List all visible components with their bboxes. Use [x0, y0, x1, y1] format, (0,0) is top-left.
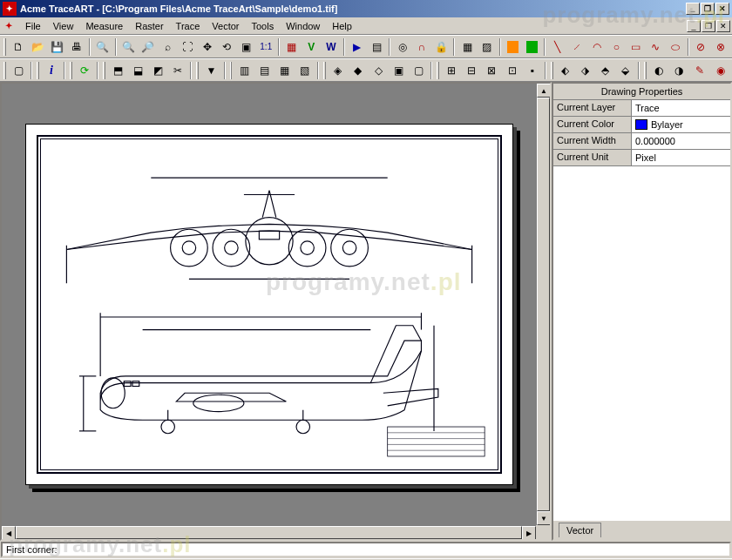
tool-d3-icon[interactable]: ⊠ [482, 61, 501, 80]
scroll-left-icon[interactable]: ◀ [2, 526, 16, 540]
zoom-prev-icon[interactable]: ⟲ [217, 37, 236, 57]
tab-vector[interactable]: Vector [559, 523, 601, 537]
grid-icon[interactable]: ▦ [282, 37, 302, 57]
tool-d1-icon[interactable]: ⊞ [442, 61, 461, 80]
toolbar-grip[interactable] [230, 62, 233, 79]
zoom-actual-icon[interactable]: 1:1 [257, 37, 276, 57]
color2-icon[interactable] [526, 41, 538, 53]
toolbar-grip[interactable] [103, 62, 105, 79]
tool-f1-icon[interactable]: ◐ [649, 61, 668, 80]
polyline-icon[interactable]: ⟋ [567, 37, 586, 57]
redo-icon[interactable]: ⊗ [711, 37, 730, 57]
spline-icon[interactable]: ∿ [647, 37, 666, 57]
tool-d2-icon[interactable]: ⊟ [462, 61, 481, 80]
new-icon[interactable]: 🗋 [9, 37, 28, 57]
drawing-canvas[interactable] [2, 84, 536, 525]
tool-c2-icon[interactable]: ◆ [349, 61, 368, 80]
scroll-right-icon[interactable]: ▶ [522, 526, 536, 540]
prop-row-color[interactable]: Current Color Bylayer [553, 117, 730, 133]
toolbar-grip[interactable] [3, 38, 6, 56]
close-button[interactable]: ✕ [715, 3, 729, 15]
arc-icon[interactable]: ◠ [587, 37, 607, 57]
toolbar-grip[interactable] [196, 62, 199, 79]
prop-row-unit[interactable]: Current Unit Pixel [553, 150, 730, 166]
filter-icon[interactable]: ▼ [201, 61, 220, 80]
tool-b2-icon[interactable]: ▤ [255, 61, 274, 80]
toolbar-grip[interactable] [551, 62, 553, 79]
menu-file[interactable]: File [19, 19, 47, 33]
toolbar-grip[interactable] [323, 62, 326, 79]
menu-raster[interactable]: Raster [129, 19, 169, 33]
prop-row-layer[interactable]: Current Layer Trace [553, 100, 730, 117]
tool-e4-icon[interactable]: ⬙ [616, 61, 635, 80]
tool-b1-icon[interactable]: ▥ [234, 61, 254, 80]
scroll-down-icon[interactable]: ▼ [537, 511, 551, 525]
find-icon[interactable]: 🔍 [93, 37, 112, 57]
maximize-button[interactable]: ❐ [701, 3, 715, 15]
lock-icon[interactable]: 🔒 [432, 37, 451, 57]
raster-b-icon[interactable]: ▨ [478, 37, 497, 57]
menu-trace[interactable]: Trace [170, 19, 207, 33]
toolbar-grip[interactable] [37, 62, 39, 79]
line-icon[interactable]: ╲ [548, 37, 567, 57]
menu-help[interactable]: Help [326, 19, 358, 33]
command-line[interactable]: First corner: [1, 542, 731, 557]
tool-a2-icon[interactable]: ⬓ [128, 61, 147, 80]
minimize-button[interactable]: _ [686, 3, 700, 15]
tool-f2-icon[interactable]: ◑ [669, 61, 688, 80]
zoom-out-icon[interactable]: 🔎 [139, 37, 158, 57]
toolbar-grip[interactable] [644, 62, 647, 79]
menu-view[interactable]: View [47, 19, 80, 33]
wireframe-icon[interactable]: W [322, 37, 341, 57]
undo-icon[interactable]: ⊘ [692, 37, 711, 57]
toolbar-grip[interactable] [70, 62, 72, 79]
open-icon[interactable]: 📂 [28, 37, 47, 57]
zoom-in-icon[interactable]: 🔍 [119, 37, 139, 57]
scroll-up-icon[interactable]: ▲ [537, 84, 551, 98]
vector-mode-icon[interactable]: V [302, 37, 322, 57]
app-menu-icon[interactable]: ✦ [2, 19, 16, 33]
target-icon[interactable]: ◎ [393, 37, 412, 57]
vertical-scrollbar[interactable]: ▲ ▼ [536, 84, 550, 525]
tool-a1-icon[interactable]: ⬒ [108, 61, 127, 80]
layers-icon[interactable]: ▤ [367, 37, 386, 57]
crop-icon[interactable]: ✂ [168, 61, 187, 80]
play-icon[interactable]: ▶ [348, 37, 367, 57]
print-icon[interactable]: 🖶 [68, 37, 87, 57]
tool-d4-icon[interactable]: ⊡ [503, 61, 522, 80]
tool-c3-icon[interactable]: ◇ [369, 61, 388, 80]
menu-window[interactable]: Window [280, 19, 326, 33]
zoom-window-icon[interactable]: ⌕ [159, 37, 178, 57]
circle-icon[interactable]: ○ [607, 37, 627, 57]
menu-measure[interactable]: Measure [79, 19, 129, 33]
save-icon[interactable]: 💾 [48, 37, 67, 57]
snap-icon[interactable]: ∩ [412, 37, 431, 57]
horizontal-scrollbar[interactable]: ◀ ▶ [2, 525, 536, 539]
tool-c4-icon[interactable]: ▣ [389, 61, 408, 80]
doc-close-button[interactable]: ✕ [716, 20, 730, 32]
doc-restore-button[interactable]: ❐ [702, 20, 715, 32]
prop-row-width[interactable]: Current Width 0.000000 [553, 133, 730, 150]
tool-e3-icon[interactable]: ⬘ [596, 61, 615, 80]
info-icon[interactable]: i [42, 61, 61, 80]
adjust-icon[interactable]: ◉ [711, 61, 730, 80]
toolbar-grip[interactable] [3, 62, 6, 79]
tool-c5-icon[interactable]: ▢ [409, 61, 428, 80]
tool-c1-icon[interactable]: ◈ [329, 61, 348, 80]
menu-tools[interactable]: Tools [246, 19, 281, 33]
tool-b4-icon[interactable]: ▧ [295, 61, 315, 80]
ellipse-icon[interactable]: ⬭ [666, 37, 685, 57]
tool-b3-icon[interactable]: ▦ [275, 61, 295, 80]
tool-e1-icon[interactable]: ⬖ [556, 61, 575, 80]
tool-e2-icon[interactable]: ⬗ [576, 61, 595, 80]
edit-icon[interactable]: ✎ [690, 61, 709, 80]
tool-a3-icon[interactable]: ◩ [148, 61, 167, 80]
zoom-fit-icon[interactable]: ▣ [237, 37, 256, 57]
pan-icon[interactable]: ✥ [198, 37, 217, 57]
zoom-extents-icon[interactable]: ⛶ [178, 37, 197, 57]
rect-icon[interactable]: ▭ [627, 37, 646, 57]
blank-icon[interactable]: ▢ [9, 61, 28, 80]
menu-vector[interactable]: Vector [206, 19, 245, 33]
toolbar-grip[interactable] [437, 62, 439, 79]
refresh-icon[interactable]: ⟳ [75, 61, 94, 80]
